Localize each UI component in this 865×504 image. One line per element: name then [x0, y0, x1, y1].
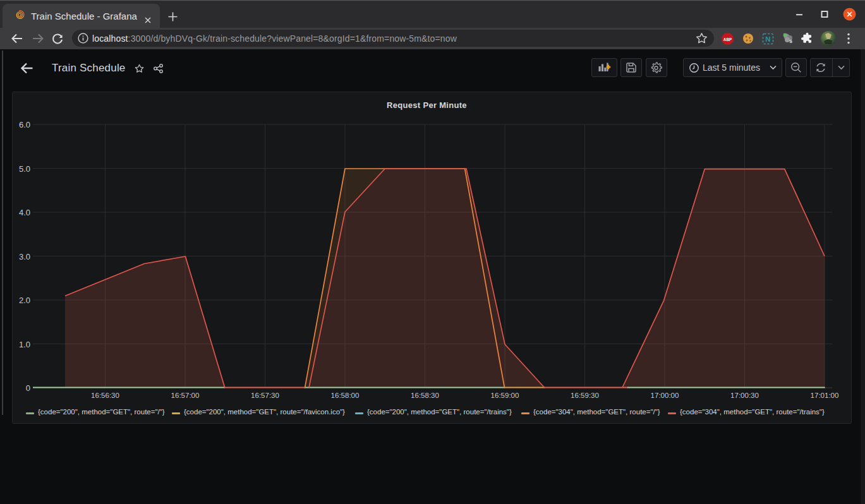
- svg-text:ABP: ABP: [723, 37, 732, 42]
- svg-text:s: s: [789, 38, 792, 44]
- svg-text:N: N: [765, 35, 770, 43]
